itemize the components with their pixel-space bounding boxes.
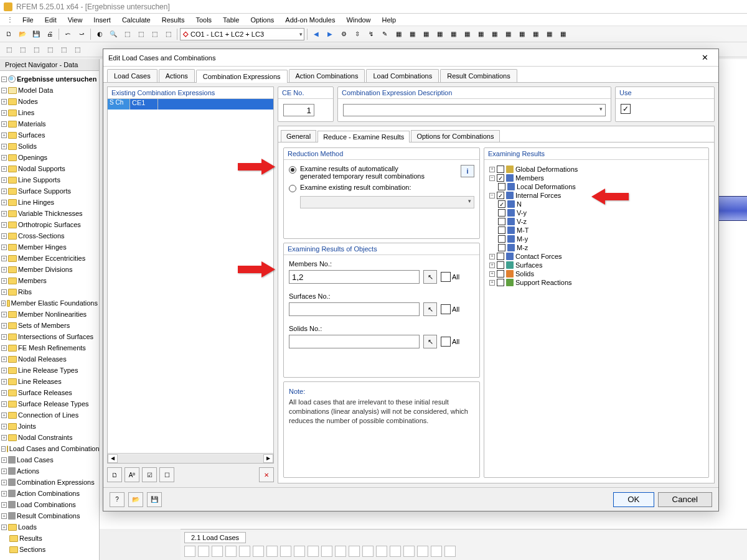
nav-item[interactable]: Surfaces [18,131,45,139]
tree-checkbox[interactable] [498,209,505,217]
tab-load-cases[interactable]: Load Cases [107,69,157,82]
solids-no-input[interactable] [289,335,420,348]
tree-checkbox[interactable] [497,192,504,199]
nav-item[interactable]: Load Cases [17,456,54,464]
tree-expand-icon[interactable]: + [1,99,7,105]
tree-collapse-icon[interactable]: − [1,88,7,93]
tree-expand-icon[interactable]: + [489,263,495,268]
uncheck-button[interactable]: ☐ [159,467,174,482]
tree-checkbox[interactable] [497,279,504,286]
tree-checkbox[interactable] [498,218,505,225]
tree-if-vy[interactable]: V-y [517,209,527,217]
table-icon[interactable] [444,546,456,557]
tree-local-def[interactable]: Local Deformations [517,183,576,190]
tree-collapse-icon[interactable]: − [489,175,495,181]
new-expression-button[interactable]: 🗋 [107,467,122,482]
tree-expand-icon[interactable]: + [1,200,7,205]
tree-expand-icon[interactable]: + [1,166,7,172]
toolbar-icon[interactable]: ◐ [93,28,106,40]
toolbar-icon[interactable]: ⬚ [57,44,70,56]
nav-model-data[interactable]: Model Data [18,86,53,94]
table-icon[interactable] [212,546,223,557]
table-tab[interactable]: 2.1 Load Cases [184,532,246,543]
nav-next-icon[interactable]: ▶ [324,28,336,40]
tree-checkbox[interactable] [497,166,504,173]
nav-item[interactable]: Variable Thicknesses [18,210,83,217]
nav-item[interactable]: Surface Releases [18,389,72,396]
nav-item[interactable]: Load Combinations [17,501,76,508]
menu-edit[interactable]: Edit [40,16,62,24]
tree-expand-icon[interactable]: + [1,245,7,250]
inner-tab-options[interactable]: Options for Combinations [411,130,499,142]
expression-row[interactable]: S Ch CE1 [108,99,273,110]
tree-expand-icon[interactable]: + [1,525,7,530]
toolbar-icon[interactable]: ⇳ [351,28,364,40]
toolbar-icon[interactable]: ⬚ [30,44,42,56]
nav-item[interactable]: Nodal Releases [18,355,67,363]
toolbar-icon[interactable]: ⤻ [75,28,88,40]
tree-if-n[interactable]: N [517,200,522,208]
nav-item[interactable]: Nodal Constraints [18,434,72,441]
toolbar-icon[interactable]: ⚙ [337,28,350,40]
tab-result-combinations[interactable]: Result Combinations [440,69,517,82]
toolbar-icon[interactable]: ⬚ [16,44,29,56]
toolbar-icon[interactable]: ⬚ [2,44,15,56]
toolbar-icon[interactable]: ▦ [474,28,487,40]
menu-calculate[interactable]: Calculate [117,16,156,24]
tree-global-def[interactable]: Global Deformations [515,166,578,173]
tree-expand-icon[interactable]: + [1,401,7,407]
tree-expand-icon[interactable]: + [1,278,7,284]
toolbar-icon[interactable]: ↯ [365,28,377,40]
menu-file[interactable]: File [17,16,39,24]
nav-loads[interactable]: Loads [18,523,37,531]
tab-actions[interactable]: Actions [159,69,195,82]
tree-expand-icon[interactable]: + [1,312,7,317]
table-icon[interactable] [239,546,250,557]
tree-if-vz[interactable]: V-z [517,218,527,225]
nav-item[interactable]: Actions [17,467,39,475]
tab-load-combinations[interactable]: Load Combinations [366,69,439,82]
toolbar-icon[interactable]: 🗋 [2,28,15,40]
tree-expand-icon[interactable]: + [489,280,495,286]
table-icon[interactable] [403,546,415,557]
tree-expand-icon[interactable]: + [1,323,7,329]
toolbar-icon[interactable]: 💾 [30,28,42,40]
cancel-button[interactable]: Cancel [658,492,713,507]
toolbar-icon[interactable]: ▦ [392,28,405,40]
tree-expand-icon[interactable]: + [1,513,7,519]
sort-button[interactable]: Aᴮ [125,467,139,482]
ce-description-input[interactable] [343,104,606,116]
nav-item[interactable]: Result Combinations [17,512,80,520]
tree-expand-icon[interactable]: + [1,189,7,194]
nav-item[interactable]: Orthotropic Surfaces [18,221,81,228]
toolbar-icon[interactable]: ⬚ [148,28,161,40]
toolbar-icon[interactable]: ▦ [406,28,418,40]
save-settings-button[interactable]: 💾 [147,492,162,507]
table-icon[interactable] [417,546,428,557]
radio-examine-auto[interactable] [289,166,296,174]
inner-tab-reduce[interactable]: Reduce - Examine Results [317,131,410,142]
nav-item[interactable]: Joints [18,422,36,430]
list-scrollbar[interactable]: ◀ ▶ [108,453,273,463]
check-button[interactable]: ☑ [142,467,157,482]
nav-item[interactable]: FE Mesh Refinements [18,344,86,352]
tree-expand-icon[interactable]: + [489,167,495,172]
tree-expand-icon[interactable]: + [1,289,7,295]
tab-action-combinations[interactable]: Action Combinations [289,69,365,82]
toolbar-icon[interactable]: ⬚ [71,44,83,56]
inner-tab-general[interactable]: General [281,130,316,142]
toolbar-icon[interactable]: ▦ [529,28,542,40]
nav-item[interactable]: Line Hinges [18,198,54,206]
pick-members-button[interactable]: ↖ [423,270,437,284]
pick-solids-button[interactable]: ↖ [423,335,437,348]
members-no-input[interactable] [289,270,420,284]
navigator-tree[interactable]: −Ergebnisse untersuchen −Model Data +Nod… [0,71,99,558]
menu-options[interactable]: Options [245,16,279,24]
tab-combination-expressions[interactable]: Combination Expressions [196,70,288,83]
toolbar-icon[interactable]: ▦ [420,28,432,40]
toolbar-icon[interactable]: ⬚ [134,28,147,40]
tree-expand-icon[interactable]: + [489,271,495,277]
radio-examine-existing[interactable] [289,185,296,192]
toolbar-icon[interactable]: ▦ [515,28,528,40]
nav-item[interactable]: Intersections of Surfaces [18,333,93,340]
